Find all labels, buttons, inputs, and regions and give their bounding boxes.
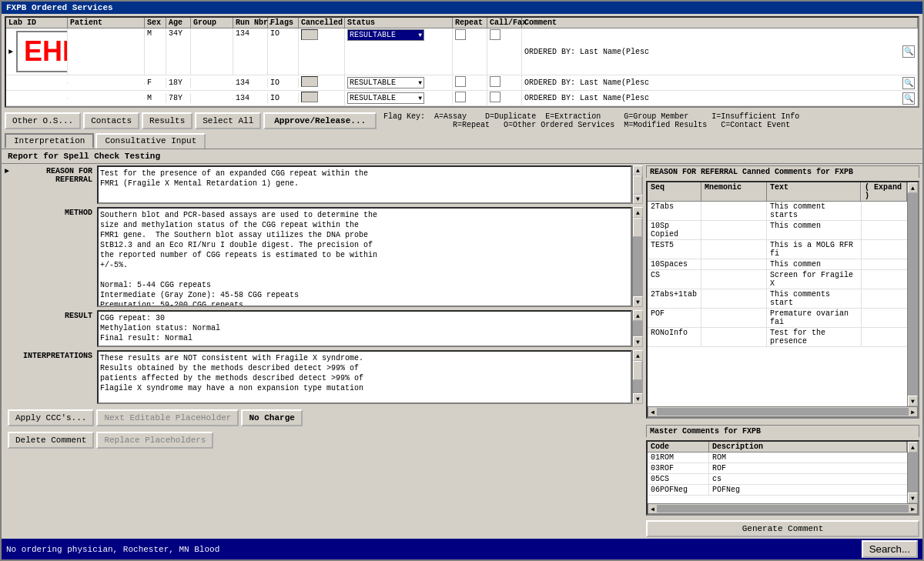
apply-ccc-button[interactable]: Apply CCC's... <box>8 409 94 426</box>
content-area: ► REASON FOR REFERRAL Test for the prese… <box>2 164 922 539</box>
canned-scrollbar[interactable]: ▲ ▼ <box>907 182 918 406</box>
result-text[interactable]: CGG repeat: 30 Methylation status: Norma… <box>97 310 632 347</box>
table-row[interactable]: M 78Y 134 IO RESULTABLE ▼ ORDERED BY: La… <box>6 91 918 106</box>
col-runnbr-header: Run Nbr. <box>233 18 268 28</box>
next-editable-button: Next Editable PlaceHolder <box>96 409 239 426</box>
canned-row[interactable]: POF Premature ovarian fai <box>648 309 907 328</box>
scroll-down-icon[interactable]: ▼ <box>908 493 918 503</box>
col-labid-header: Lab ID <box>6 18 68 28</box>
canned-content: Seq Mnemonic Text ( Expand ) 2Tabs This … <box>648 182 907 406</box>
canned-row[interactable]: 2Tabs This comment starts <box>648 202 907 221</box>
scroll-up-icon[interactable]: ▲ <box>908 442 918 452</box>
master-row[interactable]: 06POFNeg POFNeg <box>648 485 907 496</box>
canned-title: REASON FOR REFERRAL Canned Comments for … <box>646 165 919 178</box>
delete-comment-button[interactable]: Delete Comment <box>8 432 94 449</box>
contacts-button[interactable]: Contacts <box>83 112 139 129</box>
row2-status[interactable]: RESULTABLE ▼ <box>345 76 453 89</box>
table-row[interactable]: ► EHRs M 34Y 134 IO RESULTABLE ▼ ORDERED… <box>6 28 918 75</box>
row2-group <box>191 82 233 84</box>
report-title: Report for Spell Check Testing <box>2 149 922 164</box>
canned-h-scrollbar[interactable]: ◀ ▶ <box>648 406 918 417</box>
canned-comments-panel: Seq Mnemonic Text ( Expand ) 2Tabs This … <box>646 181 919 419</box>
scroll-up-icon[interactable]: ▲ <box>908 182 918 193</box>
arrow-icon: ► <box>5 167 9 175</box>
canned-row[interactable]: 10Spaces This commen <box>648 259 907 270</box>
master-row[interactable]: 03ROF ROF <box>648 463 907 474</box>
scroll-up-icon[interactable]: ▲ <box>633 207 643 218</box>
flag-key: Flag Key: A=Assay D=Duplicate E=Extracti… <box>383 112 919 129</box>
dropdown-arrow-icon: ▼ <box>418 95 422 102</box>
row3-age: 78Y <box>166 93 191 103</box>
row1-group <box>191 28 233 75</box>
master-scrollbar[interactable]: ▲ ▼ <box>907 442 918 503</box>
canned-row[interactable]: RONoInfo Test for the presence <box>648 328 907 347</box>
scroll-track <box>657 408 909 416</box>
search-icon[interactable]: 🔍 <box>902 92 915 105</box>
scroll-right-icon[interactable]: ▶ <box>909 407 917 417</box>
method-row: METHOD Southern blot and PCR-based assay… <box>5 207 643 307</box>
master-h-scrollbar[interactable]: ◀ ▶ <box>648 503 918 514</box>
row2-labid <box>6 82 68 84</box>
approve-release-button[interactable]: Approve/Release... <box>263 112 377 129</box>
scroll-right-icon[interactable]: ▶ <box>909 504 917 514</box>
title-bar: FXPB Ordered Services <box>2 2 922 14</box>
result-scrollbar[interactable]: ▲ ▼ <box>632 310 643 347</box>
col-group-header: Group <box>191 18 233 28</box>
search-icon[interactable]: 🔍 <box>902 77 915 89</box>
scroll-left-icon[interactable]: ◀ <box>648 407 657 417</box>
scroll-down-icon[interactable]: ▼ <box>633 195 643 205</box>
canned-expand-header: ( Expand ) <box>861 182 907 201</box>
scroll-track <box>908 193 918 396</box>
canned-row[interactable]: 2Tabs+1tab This comments start <box>648 289 907 309</box>
master-row[interactable]: 01ROM ROM <box>648 452 907 463</box>
method-label: METHOD <box>5 207 97 307</box>
method-text[interactable]: Southern blot and PCR-based assays are u… <box>97 207 632 307</box>
title-label: FXPB Ordered Services <box>6 3 113 12</box>
reason-scrollbar[interactable]: ▲ ▼ <box>632 165 643 204</box>
canned-mnem-header: Mnemonic <box>701 182 767 201</box>
dropdown-arrow-icon: ▼ <box>418 79 422 86</box>
master-header: Code Description <box>648 442 907 452</box>
interpretations-label: INTERPRETATIONS <box>5 350 97 404</box>
scroll-down-icon[interactable]: ▼ <box>633 336 643 347</box>
scroll-down-icon[interactable]: ▼ <box>633 393 643 404</box>
result-label: RESULT <box>5 310 97 347</box>
row1-age: 34Y <box>166 28 191 75</box>
scroll-left-icon[interactable]: ◀ <box>648 504 657 514</box>
row3-status-dropdown[interactable]: RESULTABLE ▼ <box>347 92 424 104</box>
search-icon[interactable]: 🔍 <box>902 45 915 58</box>
row2-comment: ORDERED BY: Last Name(Plesc 🔍 <box>522 76 918 90</box>
no-charge-button[interactable]: No Charge <box>241 409 302 426</box>
canned-row[interactable]: CS Screen for Fragile X <box>648 270 907 289</box>
interpretations-scrollbar[interactable]: ▲ ▼ <box>632 350 643 404</box>
tab-interpretation[interactable]: Interpretation <box>5 133 94 149</box>
generate-comment-button[interactable]: Generate Comment <box>646 520 919 537</box>
row1-status[interactable]: RESULTABLE ▼ <box>345 28 453 75</box>
row2-status-dropdown[interactable]: RESULTABLE ▼ <box>347 77 424 88</box>
tab-consultative-input[interactable]: Consultative Input <box>95 133 206 149</box>
scroll-track <box>633 175 643 195</box>
interpretations-row: INTERPRETATIONS These results are NOT co… <box>5 350 643 404</box>
other-os-button[interactable]: Other O.S... <box>5 112 81 129</box>
row3-status[interactable]: RESULTABLE ▼ <box>345 92 453 105</box>
master-row[interactable]: 05CS cs <box>648 474 907 485</box>
scroll-down-icon[interactable]: ▼ <box>908 396 918 406</box>
select-all-button[interactable]: Select All <box>195 112 261 129</box>
table-row[interactable]: F 18Y 134 IO RESULTABLE ▼ ORDERED BY: La… <box>6 75 918 91</box>
search-button[interactable]: Search... <box>862 540 918 558</box>
scroll-up-icon[interactable]: ▲ <box>633 350 643 361</box>
reason-text[interactable]: Test for the presence of an expanded CGG… <box>97 165 632 204</box>
canned-row[interactable]: 10Sp Copied This commen <box>648 221 907 240</box>
scroll-up-icon[interactable]: ▲ <box>633 310 643 321</box>
table-header: Lab ID Patient Sex Age Group Run Nbr. Fl… <box>6 18 918 28</box>
canned-row[interactable]: TEST5 This is a MOLG RFR fi <box>648 240 907 259</box>
row1-status-dropdown[interactable]: RESULTABLE ▼ <box>347 29 424 41</box>
interpretations-text[interactable]: These results are NOT consistent with Fr… <box>97 350 632 404</box>
ehrs-logo: EHRs <box>16 31 68 72</box>
results-button[interactable]: Results <box>142 112 192 129</box>
scroll-down-icon[interactable]: ▼ <box>633 296 643 307</box>
method-scrollbar[interactable]: ▲ ▼ <box>632 207 643 307</box>
col-repeat-header: Repeat <box>453 18 487 28</box>
scroll-up-icon[interactable]: ▲ <box>633 165 643 175</box>
col-age-header: Age <box>166 18 191 28</box>
